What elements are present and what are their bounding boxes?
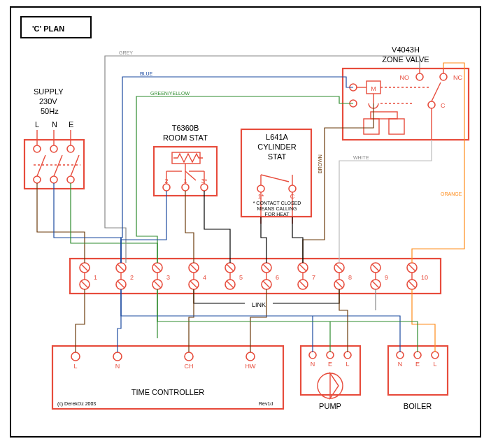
pump-L: L xyxy=(346,361,349,368)
junction-terminals: 1 2 3 4 5 6 xyxy=(80,263,428,289)
wire-white: WHITE xyxy=(353,155,369,160)
zonevalve-m: M xyxy=(371,85,376,92)
pump-label: PUMP xyxy=(319,402,341,410)
svg-point-40 xyxy=(440,73,447,80)
svg-rect-0 xyxy=(10,7,481,437)
cylstat-label1: CYLINDER xyxy=(257,143,297,151)
supply-N: N xyxy=(52,120,57,129)
wire-gny: GREEN/YELLOW xyxy=(150,91,190,96)
boiler: N E L BOILER xyxy=(388,346,448,410)
cylstat-note3: FOR HEAT xyxy=(265,212,290,217)
zonevalve-no: NO xyxy=(400,74,410,81)
svg-point-107 xyxy=(113,352,122,361)
svg-point-5 xyxy=(50,145,57,152)
pump: N E L PUMP xyxy=(301,346,360,410)
time-controller: L N CH HW TIME CONTROLLER (c) DerekOz 20… xyxy=(52,346,283,409)
svg-point-7 xyxy=(67,145,74,152)
svg-line-30 xyxy=(261,175,289,182)
svg-point-117 xyxy=(414,352,421,359)
room-stat: 2 1 3* xyxy=(154,147,217,196)
roomstat-label: ROOM STAT xyxy=(163,133,208,142)
svg-point-18 xyxy=(163,184,170,191)
svg-line-13 xyxy=(54,155,62,176)
svg-line-14 xyxy=(71,155,79,176)
svg-point-109 xyxy=(246,352,255,361)
zonevalve-label: ZONE VALVE xyxy=(382,55,429,64)
supply-freq: 50Hz xyxy=(41,107,59,115)
tc-rev: Rev1d xyxy=(259,401,273,406)
jt1: 1 xyxy=(94,274,97,281)
svg-rect-48 xyxy=(389,119,404,134)
tc-HW: HW xyxy=(246,363,256,370)
svg-point-114 xyxy=(344,352,351,359)
wire-brown: BROWN xyxy=(318,154,322,173)
supply-switch xyxy=(24,130,84,189)
tc-L: L xyxy=(73,363,77,370)
zonevalve-c: C xyxy=(441,102,446,109)
svg-point-39 xyxy=(416,73,423,80)
wire-orange: ORANGE xyxy=(441,192,462,196)
jt10: 10 xyxy=(421,274,428,281)
wire-grey: GREY xyxy=(119,50,133,55)
svg-line-12 xyxy=(37,155,45,176)
pump-N: N xyxy=(311,361,315,368)
svg-point-20 xyxy=(201,184,208,191)
tc-CH: CH xyxy=(185,363,194,370)
jt6: 6 xyxy=(276,274,279,281)
svg-point-113 xyxy=(327,352,334,359)
jt5: 5 xyxy=(239,274,243,281)
supply-L: L xyxy=(35,120,39,129)
pump-E: E xyxy=(328,361,332,368)
jt8: 8 xyxy=(348,274,352,281)
svg-point-41 xyxy=(428,101,435,108)
cylstat-note2: MEANS CALLING xyxy=(257,206,297,211)
svg-point-11 xyxy=(67,176,74,183)
junction-link: LINK xyxy=(252,301,266,308)
svg-point-32 xyxy=(289,185,296,192)
cylstat-note1: * CONTACT CLOSED xyxy=(253,201,301,205)
svg-line-42 xyxy=(432,82,441,101)
cylstat-model: L641A xyxy=(266,133,288,141)
wire-blue: BLUE xyxy=(140,71,153,76)
svg-point-3 xyxy=(34,145,41,152)
tc-N: N xyxy=(115,363,120,370)
boiler-N: N xyxy=(398,361,403,368)
svg-point-10 xyxy=(50,176,57,183)
svg-point-118 xyxy=(432,352,439,359)
svg-point-19 xyxy=(182,184,189,191)
jt3: 3 xyxy=(166,274,170,281)
boiler-E: E xyxy=(415,361,420,368)
jt7: 7 xyxy=(312,274,315,281)
roomstat-model: T6360B xyxy=(172,124,199,132)
svg-rect-49 xyxy=(371,112,397,119)
svg-point-31 xyxy=(257,185,264,192)
svg-point-9 xyxy=(34,176,41,183)
supply-E: E xyxy=(69,120,73,129)
cylstat-label2: STAT xyxy=(268,152,287,161)
boiler-label: BOILER xyxy=(404,402,432,410)
svg-point-112 xyxy=(309,352,316,359)
jt2: 2 xyxy=(130,274,134,281)
svg-point-106 xyxy=(71,352,80,361)
supply-voltage: 230V xyxy=(39,97,57,106)
supply-label: SUPPLY xyxy=(34,87,64,96)
zone-valve: M NO NC C xyxy=(343,68,469,140)
tc-copy: (c) DerekOz 2003 xyxy=(57,401,96,407)
svg-point-108 xyxy=(185,352,193,361)
plan-title: 'C' PLAN xyxy=(32,24,64,33)
svg-rect-47 xyxy=(364,119,379,134)
zonevalve-model: V4043H xyxy=(392,45,420,54)
tc-label: TIME CONTROLLER xyxy=(131,388,205,396)
zonevalve-nc: NC xyxy=(453,74,462,81)
boiler-L: L xyxy=(433,361,436,368)
jt4: 4 xyxy=(203,274,206,281)
svg-point-116 xyxy=(397,352,404,359)
jt9: 9 xyxy=(385,274,388,281)
